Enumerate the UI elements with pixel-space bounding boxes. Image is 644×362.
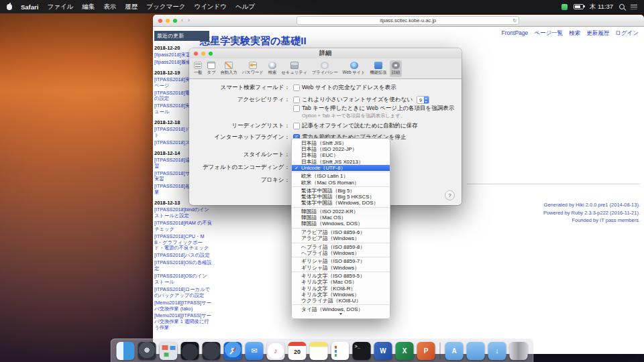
dock-terminal-icon[interactable] [353, 342, 371, 360]
prefs-close-button[interactable] [194, 52, 198, 56]
encoding-option[interactable]: アラビア語（Windows） [292, 235, 390, 241]
forward-button[interactable]: › [188, 17, 190, 23]
dock-excel-icon[interactable]: X [396, 342, 414, 360]
dock-word-icon[interactable]: W [374, 342, 392, 360]
sidebar-link[interactable]: [ITPASS2018]ローカルでのバックアップの設定 [154, 287, 212, 299]
menu-history[interactable]: 履歴 [125, 3, 138, 11]
pref-tab-search[interactable]: 検索 [266, 60, 279, 77]
menu-bookmarks[interactable]: ブックマーク [146, 3, 185, 11]
dock-safari-icon[interactable] [224, 342, 242, 360]
prefs-zoom-button[interactable] [209, 52, 213, 56]
dock-finder-icon[interactable] [117, 342, 135, 360]
zoom-button[interactable] [173, 19, 177, 23]
pref-tab-autofill[interactable]: 自動入力 [218, 60, 239, 77]
nav-update-history[interactable]: 更新履歴 [586, 29, 609, 38]
nav-frontpage[interactable]: FrontPage [502, 29, 529, 38]
back-button[interactable]: ‹ [181, 17, 183, 23]
pref-tab-general[interactable]: 一般 [192, 60, 205, 77]
dock-downloads-icon[interactable] [488, 342, 506, 360]
menu-edit[interactable]: 編集 [82, 3, 95, 11]
encoding-option[interactable]: ギリシャ語（Windows） [292, 265, 390, 271]
encoding-option[interactable]: 日本語（EUC） [292, 152, 390, 158]
encoding-option[interactable]: タイ語（Windows, DOS） [292, 306, 390, 312]
dock-notes-icon[interactable] [310, 342, 328, 360]
dock-dashboard-icon[interactable] [181, 342, 199, 360]
nav-page-list[interactable]: ページ一覧 [534, 29, 563, 38]
preferences-titlebar[interactable]: 詳細 [189, 48, 462, 58]
dock-itunes-icon[interactable] [267, 342, 285, 360]
encoding-option[interactable]: 欧米（ISO Latin 1） [292, 173, 390, 179]
sidebar-link[interactable]: [Memo2018][ITPASS]サーバ交換作業 1 週間後に行う作業 [154, 313, 212, 331]
encoding-option[interactable]: 欧米（Mac OS Roman） [292, 180, 390, 186]
status-green-icon[interactable] [561, 4, 568, 10]
encoding-option[interactable]: 韓国語（ISO 2022-KR） [292, 208, 390, 215]
dock-mail-icon[interactable] [246, 342, 264, 360]
pref-tab-security[interactable]: セキュリティ [279, 60, 309, 77]
pref-tab-advanced[interactable]: 詳細 [390, 60, 402, 77]
pref-tab-extensions[interactable]: 機能拡張 [368, 60, 388, 77]
dock-photos-icon[interactable] [203, 342, 221, 360]
sidebar-link[interactable]: [ITPASS2018]CPU・MB・グラフィックボード・電源の不良チェック [154, 234, 212, 252]
dock-reminders-icon[interactable] [331, 342, 350, 360]
dock-documents-folder-icon[interactable] [467, 342, 485, 360]
minimize-button[interactable] [166, 19, 170, 23]
dock-trash-icon[interactable] [510, 342, 528, 360]
nav-search[interactable]: 検索 [569, 29, 580, 38]
dock-launchpad-icon[interactable] [138, 342, 156, 360]
checkbox-offline-reading[interactable] [293, 123, 300, 129]
dock-powerpoint-icon[interactable]: P [417, 342, 435, 360]
encoding-option[interactable]: 日本語（Shift JIS） [292, 140, 390, 146]
sidebar-link[interactable]: [ITPASS2018]OSの各種設定 [154, 260, 212, 272]
battery-icon[interactable] [574, 4, 584, 9]
encoding-option[interactable]: 韓国語（Mac OS） [292, 215, 390, 221]
sidebar-link[interactable]: [ITPASS2018]OSのインストール [154, 274, 212, 286]
encoding-option[interactable]: 繁体字中国語（Windows, DOS） [292, 200, 390, 206]
help-button[interactable]: ? [445, 190, 455, 200]
encoding-option[interactable]: ギリシャ語（ISO 8859-7） [292, 258, 390, 264]
encoding-option[interactable]: 韓国語（Windows, DOS） [292, 221, 390, 227]
encoding-option[interactable]: 日本語（Shift JIS X0213） [292, 159, 390, 165]
sidebar-link[interactable]: [ITPASS2018]RAM の不良チェック [154, 221, 212, 233]
nav-login[interactable]: ログイン [615, 29, 639, 38]
advanced-gear-icon [392, 62, 400, 69]
address-bar[interactable]: itpass.scitec.kobe-u.ac.jp ↻ [297, 16, 519, 25]
dock-mission-control-icon[interactable] [160, 342, 178, 360]
menu-help[interactable]: ヘルプ [235, 3, 255, 11]
menubar-clock[interactable]: 木 11:37 [590, 3, 613, 11]
spotlight-icon[interactable] [619, 4, 625, 9]
menu-window[interactable]: ウインドウ [194, 3, 227, 11]
checkbox-tab-highlight[interactable] [293, 105, 300, 112]
pref-tab-websites[interactable]: Web サイト [341, 60, 368, 77]
encoding-option-selected[interactable]: Unicode（UTF-8） [292, 165, 390, 171]
reload-icon[interactable]: ↻ [513, 17, 517, 24]
checkbox-show-full-address[interactable] [293, 84, 300, 91]
font-size-select[interactable]: 9 [417, 96, 429, 104]
pref-tab-privacy[interactable]: プライバシー [310, 60, 340, 77]
sidebar-link[interactable]: [Memo2018][ITPASS]サーバ交換作業 (tako) [154, 300, 212, 312]
pref-tab-passwords[interactable]: パスワード [240, 60, 266, 77]
encoding-option[interactable]: 繁体字中国語（Big 5） [292, 188, 390, 194]
encoding-option[interactable]: キリル文字（ISO 8859-5） [292, 273, 390, 279]
encoding-option[interactable]: キリル文字（Mac OS） [292, 279, 390, 285]
menu-file[interactable]: ファイル [47, 3, 73, 11]
encoding-option[interactable]: ウクライナ語（KOI8-U） [292, 298, 390, 304]
prefs-minimize-button[interactable] [201, 52, 205, 56]
encoding-option[interactable]: 日本語（ISO 2022-JP） [292, 146, 390, 152]
menu-safari[interactable]: Safari [21, 3, 38, 11]
sidebar-link[interactable]: [ITPASS2018]bindのインストールと設定 [154, 207, 212, 219]
close-button[interactable] [158, 19, 162, 23]
apple-logo[interactable] [7, 4, 12, 10]
dock-applications-folder-icon[interactable]: A [445, 342, 464, 360]
encoding-option[interactable]: ヘブライ語（Windows） [292, 250, 390, 256]
checkbox-min-font-size[interactable] [293, 97, 300, 103]
notification-center-icon[interactable] [631, 4, 637, 9]
sidebar-link[interactable]: [ITPASS2018]パスの設定 [154, 253, 212, 259]
encoding-option[interactable]: 繁体字中国語（Big 5 HKSCS） [292, 194, 390, 200]
encoding-option[interactable]: アラビア語（ISO 8859-6） [292, 229, 390, 235]
dock-calendar-icon[interactable]: 20 [288, 342, 307, 360]
encoding-option[interactable]: キリル文字（KOI8-R） [292, 286, 390, 292]
encoding-option[interactable]: ヘブライ語（ISO 8859-8） [292, 244, 390, 250]
menu-view[interactable]: 表示 [103, 3, 116, 11]
encoding-option[interactable]: キリル文字（Windows） [292, 292, 390, 298]
pref-tab-tabs[interactable]: タブ [205, 60, 218, 77]
